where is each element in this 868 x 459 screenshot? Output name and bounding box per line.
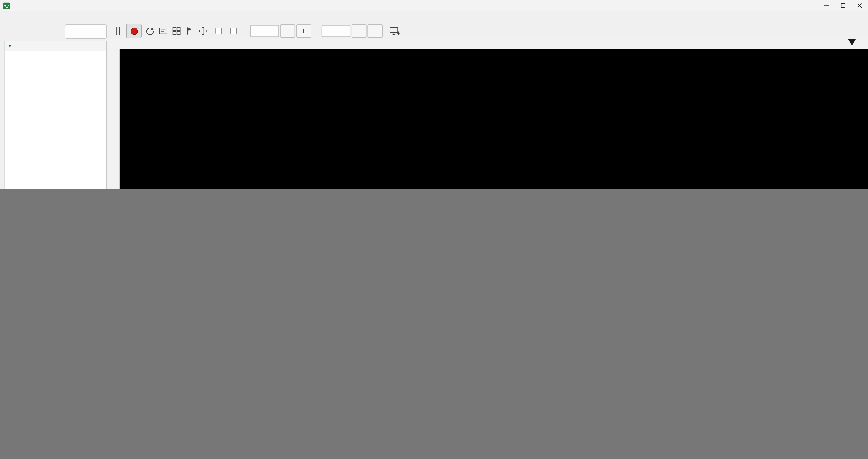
device-group-row[interactable]: ▼ [5, 41, 106, 51]
ruler-position-marker [848, 39, 856, 45]
auto-scale-checkbox[interactable] [215, 28, 222, 34]
y-max-input[interactable] [250, 25, 279, 37]
y-min-plus-button[interactable]: + [368, 24, 382, 38]
waveform-svg [120, 49, 286, 132]
new-plot-button[interactable] [388, 24, 401, 38]
new-plot-icon [389, 26, 400, 36]
plot-toolbar: − + − + [108, 23, 868, 39]
flag-icon [185, 26, 195, 36]
panel-lines-icon [158, 26, 168, 36]
y-max-plus-button[interactable]: + [296, 24, 311, 38]
menu-bar [0, 11, 868, 23]
grid-squares-icon [172, 26, 182, 36]
y-min-input[interactable] [322, 25, 350, 37]
title-bar [0, 0, 868, 11]
move-arrows-icon [198, 26, 208, 36]
show-info-button[interactable] [157, 24, 170, 38]
auto-scale-toggle[interactable] [215, 28, 225, 34]
refresh-icon [145, 26, 155, 36]
window-controls [818, 0, 868, 11]
plot-area-column: − + − + [108, 23, 868, 189]
tile-plots-button[interactable] [170, 24, 183, 38]
y-axis-ruler[interactable] [108, 49, 120, 189]
minimize-icon [824, 3, 829, 8]
single-capture-button[interactable] [143, 24, 156, 38]
expander-icon[interactable]: ▼ [8, 44, 12, 49]
toolbar-handle [111, 24, 124, 38]
pan-zoom-button[interactable] [196, 24, 210, 38]
sidebar: ▼ − + [0, 23, 108, 189]
app-window: ▼ − + [0, 0, 868, 189]
close-button[interactable] [851, 0, 868, 11]
minimize-button[interactable] [818, 0, 835, 11]
close-icon [857, 3, 862, 8]
x-axis-ruler[interactable] [108, 39, 868, 49]
record-icon [130, 27, 137, 35]
channel-tree: ▼ [4, 41, 107, 189]
marker-flag-button[interactable] [183, 24, 196, 38]
y-max-minus-button[interactable]: − [280, 24, 295, 38]
maximize-button[interactable] [835, 0, 851, 11]
enable-all-button[interactable] [65, 24, 107, 39]
capture-play-button[interactable] [126, 24, 142, 38]
handle-icon [115, 26, 121, 36]
app-icon [3, 2, 10, 9]
show-grid-toggle[interactable] [230, 28, 240, 34]
oscilloscope-plot[interactable] [120, 49, 868, 189]
maximize-icon [840, 3, 846, 8]
show-grid-checkbox[interactable] [230, 28, 237, 34]
y-min-minus-button[interactable]: − [351, 24, 367, 38]
